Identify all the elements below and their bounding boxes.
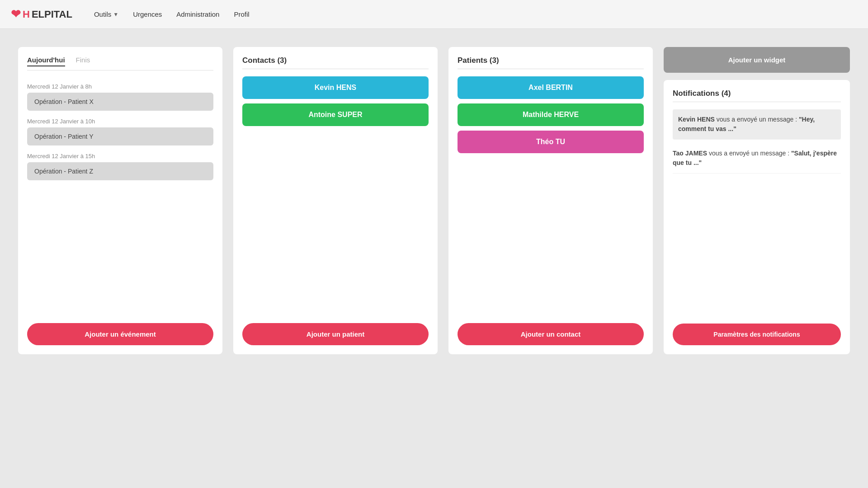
- notif-text-0: vous a envoyé un message :: [717, 116, 799, 123]
- contact-kevin-hens[interactable]: Kevin HENS: [242, 76, 429, 99]
- event-label-1[interactable]: Opération - Patient Y: [27, 127, 213, 145]
- main-content: Aujourd'hui Finis Mercredi 12 Janvier à …: [0, 29, 868, 372]
- contacts-bottom: Ajouter un patient: [242, 314, 429, 345]
- add-widget-button[interactable]: Ajouter un widget: [664, 47, 850, 73]
- right-panel: Ajouter un widget Notifications (4) Kevi…: [664, 47, 850, 354]
- notifications-divider: [673, 102, 841, 102]
- schedule-divider: [27, 70, 213, 70]
- event-time-2: Mercredi 12 Janvier à 15h: [27, 153, 213, 160]
- notification-item-1[interactable]: Tao JAMES vous a envoyé un message : "Sa…: [673, 143, 841, 174]
- notif-sender-1: Tao JAMES: [673, 150, 707, 157]
- nav-administration[interactable]: Administration: [176, 10, 219, 18]
- schedule-event-2: Mercredi 12 Janvier à 15h Opération - Pa…: [27, 147, 213, 182]
- patients-bottom: Ajouter un contact: [458, 314, 644, 345]
- patient-mathilde-herve[interactable]: Mathilde HERVE: [458, 103, 644, 126]
- patients-widget: Patients (3) Axel BERTIN Mathilde HERVE …: [448, 47, 653, 354]
- header: ❤ HELPITAL Outils ▼ Urgences Administrat…: [0, 0, 868, 29]
- tab-today[interactable]: Aujourd'hui: [27, 56, 65, 66]
- chevron-down-icon: ▼: [113, 11, 118, 18]
- nav-outils[interactable]: Outils ▼: [94, 10, 118, 18]
- contacts-title: Contacts (3): [242, 56, 429, 65]
- contact-antoine-super[interactable]: Antoine SUPER: [242, 103, 429, 126]
- logo-heart-icon: ❤: [11, 7, 21, 21]
- schedule-widget: Aujourd'hui Finis Mercredi 12 Janvier à …: [18, 47, 222, 354]
- logo-h: H: [23, 9, 30, 20]
- notif-sender-0: Kevin HENS: [678, 116, 715, 123]
- nav-urgences[interactable]: Urgences: [133, 10, 162, 18]
- event-time-1: Mercredi 12 Janvier à 10h: [27, 118, 213, 125]
- notif-text-1: vous a envoyé un message :: [709, 150, 791, 157]
- notifications-params-button[interactable]: Paramètres des notifications: [673, 324, 841, 345]
- add-patient-button[interactable]: Ajouter un patient: [242, 323, 429, 345]
- event-label-0[interactable]: Opération - Patient X: [27, 93, 213, 111]
- main-nav: Outils ▼ Urgences Administration Profil: [94, 10, 250, 18]
- notifications-widget: Notifications (4) Kevin HENS vous a envo…: [664, 80, 850, 354]
- event-label-2[interactable]: Opération - Patient Z: [27, 162, 213, 180]
- schedule-event-0: Mercredi 12 Janvier à 8h Opération - Pat…: [27, 78, 213, 113]
- contacts-widget: Contacts (3) Kevin HENS Antoine SUPER Aj…: [233, 47, 438, 354]
- logo[interactable]: ❤ HELPITAL: [11, 7, 72, 21]
- tab-done[interactable]: Finis: [76, 56, 90, 66]
- nav-profil[interactable]: Profil: [234, 10, 249, 18]
- patient-theo-tu[interactable]: Théo TU: [458, 131, 644, 153]
- event-time-0: Mercredi 12 Janvier à 8h: [27, 83, 213, 90]
- patients-title: Patients (3): [458, 56, 644, 65]
- contacts-divider: [242, 69, 429, 69]
- notification-item-0[interactable]: Kevin HENS vous a envoyé un message : "H…: [673, 109, 841, 140]
- schedule-bottom: Ajouter un événement: [27, 314, 213, 345]
- patient-axel-bertin[interactable]: Axel BERTIN: [458, 76, 644, 99]
- notifications-spacer: [673, 174, 841, 324]
- notifications-title: Notifications (4): [673, 89, 841, 98]
- logo-rest: ELPITAL: [32, 9, 72, 20]
- schedule-tabs: Aujourd'hui Finis: [27, 56, 213, 66]
- add-event-button[interactable]: Ajouter un événement: [27, 323, 213, 345]
- patients-divider: [458, 69, 644, 69]
- schedule-event-1: Mercredi 12 Janvier à 10h Opération - Pa…: [27, 113, 213, 147]
- add-contact-button[interactable]: Ajouter un contact: [458, 323, 644, 345]
